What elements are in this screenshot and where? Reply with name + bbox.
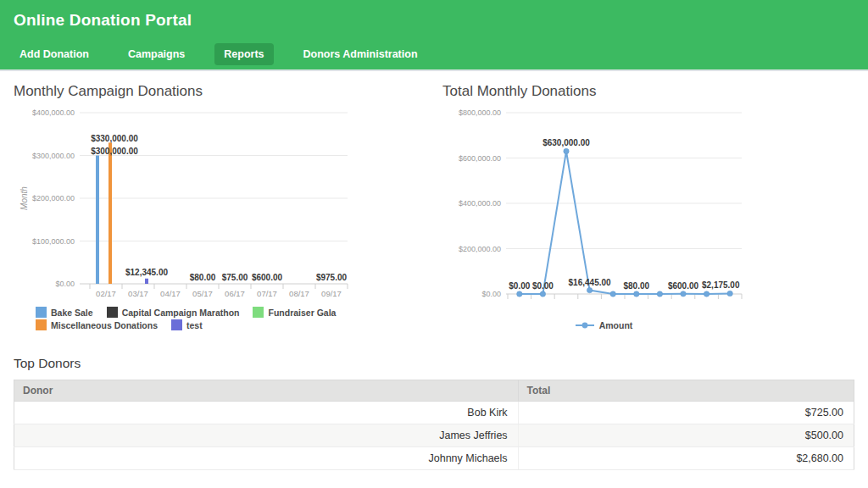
legend-label: Miscellaneous Donations	[51, 320, 158, 330]
bar-value-label: $80.00	[190, 273, 216, 282]
legend-swatch-icon	[253, 307, 264, 318]
y-tick-label: $200,000.00	[459, 245, 501, 253]
chart-title-total-monthly: Total Monthly Donations	[442, 83, 765, 105]
y-tick-label: $300,000.00	[32, 152, 75, 160]
monthly-campaign-donations-panel: Monthly Campaign Donations $0.00$100,000…	[14, 83, 353, 347]
table-row: Johnny Michaels $2,680.00	[14, 447, 854, 470]
legend-row: Miscellaneous Donationstest	[36, 319, 353, 330]
donor-total-cell: $2,680.00	[518, 447, 854, 470]
column-header-total: Total	[518, 380, 854, 402]
legend-label: test	[186, 320, 203, 330]
point-value-label: $0.00	[532, 281, 554, 291]
app-title: Online Donation Portal	[14, 11, 192, 30]
legend-item-bake-sale[interactable]: Bake Sale	[36, 307, 93, 318]
top-donors-table: Donor Total Bob Kirk $725.00 James Jeffr…	[14, 380, 854, 470]
legend-item-fundraiser-gala[interactable]: Fundraiser Gala	[253, 307, 336, 318]
x-tick-label: 08/17	[289, 289, 309, 298]
bar-value-label: $300,000.00	[91, 147, 138, 156]
x-tick-label: 03/17	[580, 299, 599, 300]
legend-label: Bake Sale	[51, 308, 93, 318]
total-monthly-donations-panel: Total Monthly Donations $0.00$200,000.00…	[442, 83, 765, 347]
bar-miscellaneous-donations	[108, 142, 112, 284]
x-tick-label: 07/17	[674, 299, 693, 300]
y-tick-label: $100,000.00	[32, 237, 75, 246]
table-row: James Jeffries $500.00	[14, 424, 854, 447]
top-donors-heading: Top Donors	[14, 356, 854, 371]
y-tick-label: $200,000.00	[32, 194, 75, 202]
legend-label: Fundraiser Gala	[268, 308, 336, 318]
y-tick-label: $400,000.00	[32, 108, 75, 117]
line-chart-legend: Amount	[442, 320, 765, 330]
column-header-donor: Donor	[14, 380, 519, 402]
point-value-label: $600.00	[668, 281, 699, 291]
donor-total-cell: $725.00	[518, 402, 854, 424]
legend-swatch-icon	[36, 307, 47, 318]
data-point-marker	[610, 291, 615, 297]
bar-value-label: $975.00	[316, 273, 348, 282]
main-nav: Add Donation Campaigns Reports Donors Ad…	[10, 43, 427, 65]
data-point-marker	[564, 148, 569, 153]
amount-line	[520, 151, 730, 294]
x-tick-label: 09/17	[721, 299, 740, 300]
x-tick-label: 02/17	[96, 289, 116, 298]
nav-tab-donors-administration[interactable]: Donors Administration	[294, 43, 427, 65]
x-tick-label: 09/17	[321, 289, 342, 298]
bar-value-label: $600.00	[252, 273, 283, 282]
donor-total-cell: $500.00	[518, 424, 854, 447]
legend-row: Bake SaleCapital Campaign MarathonFundra…	[36, 307, 353, 318]
bar-value-label: $330,000.00	[91, 134, 138, 143]
y-tick-label: $0.00	[55, 280, 75, 288]
legend-item-capital-campaign-marathon[interactable]: Capital Campaign Marathon	[107, 307, 240, 318]
y-tick-label: $400,000.00	[459, 199, 501, 208]
legend-swatch-icon	[36, 319, 47, 330]
nav-tab-add-donation[interactable]: Add Donation	[10, 43, 98, 65]
data-point-marker	[681, 291, 686, 297]
table-row: Bob Kirk $725.00	[14, 402, 854, 424]
table-header-row: Donor Total	[14, 380, 854, 402]
data-point-marker	[540, 291, 545, 297]
legend-item-test[interactable]: test	[171, 319, 203, 330]
y-axis-title: Month	[19, 186, 29, 210]
legend-item-miscellaneous-donations[interactable]: Miscellaneous Donations	[36, 319, 158, 330]
x-tick-label: 08/17	[697, 299, 716, 300]
amount-series-marker-icon	[575, 321, 595, 330]
bar-chart-canvas: $0.00$100,000.00$200,000.00$300,000.00$4…	[14, 105, 353, 300]
x-tick-label: 05/17	[627, 299, 647, 300]
x-tick-label: 07/17	[257, 289, 277, 298]
bar-bake-sale	[96, 156, 99, 285]
legend-label: Amount	[599, 320, 633, 330]
legend-item-amount[interactable]: Amount	[575, 320, 633, 330]
y-tick-label: $0.00	[481, 290, 501, 298]
nav-tab-campaigns[interactable]: Campaigns	[119, 43, 194, 65]
donor-name-cell: Bob Kirk	[14, 402, 519, 424]
bar-value-label: $75.00	[222, 273, 248, 282]
legend-label: Capital Campaign Marathon	[122, 308, 240, 318]
chart-title-monthly-campaign: Monthly Campaign Donations	[14, 83, 353, 105]
legend-swatch-icon	[107, 307, 118, 318]
data-point-marker	[727, 291, 732, 296]
data-point-marker	[634, 291, 639, 297]
x-tick-label: 05/17	[192, 289, 213, 298]
x-tick-label: 02/17	[557, 299, 576, 300]
y-tick-label: $600,000.00	[459, 154, 501, 163]
point-value-label: $16,445.00	[569, 278, 611, 287]
data-point-marker	[517, 291, 522, 297]
x-tick-label: 04/17	[160, 289, 181, 298]
donor-name-cell: James Jeffries	[14, 424, 519, 447]
x-tick-label: 06/17	[225, 289, 245, 298]
y-tick-label: $800,000.00	[459, 108, 501, 117]
line-chart-canvas: $0.00$200,000.00$400,000.00$600,000.00$8…	[442, 105, 765, 300]
data-point-marker	[587, 287, 592, 292]
bar-value-label: $12,345.00	[125, 268, 168, 277]
nav-tab-reports[interactable]: Reports	[214, 43, 273, 65]
donor-name-cell: Johnny Michaels	[14, 447, 519, 470]
x-tick-label: 04/17	[604, 299, 623, 300]
point-value-label: $2,175.00	[702, 280, 740, 290]
top-donors-section: Top Donors Donor Total Bob Kirk $725.00 …	[14, 356, 854, 470]
legend-swatch-icon	[171, 319, 182, 330]
point-value-label: $80.00	[624, 281, 650, 291]
point-value-label: $630,000.00	[542, 138, 590, 147]
data-point-marker	[704, 291, 709, 297]
x-tick-label: 01/17	[533, 299, 553, 300]
x-tick-label: 03/17	[128, 289, 148, 298]
